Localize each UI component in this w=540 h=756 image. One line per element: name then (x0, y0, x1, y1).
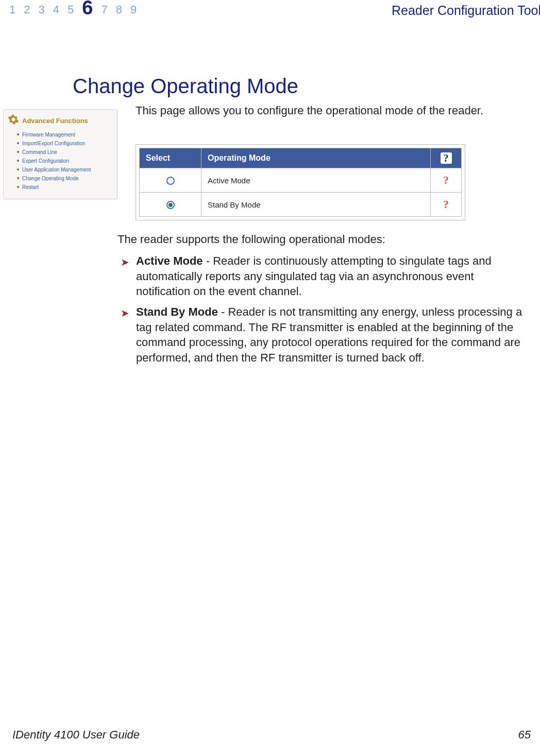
help-link-standby[interactable]: ? (431, 193, 462, 217)
col-header-select: Select (140, 148, 201, 168)
sidebar-item-restart[interactable]: Restart (17, 183, 114, 192)
mode-name: Active Mode (136, 254, 203, 267)
help-link-active[interactable]: ? (431, 168, 462, 193)
content-column: This page allows you to configure the op… (117, 98, 540, 371)
radio-active-mode[interactable] (166, 177, 175, 185)
page-header: 1 2 3 4 5 6 7 8 9 Reader Configuration T… (0, 0, 540, 18)
intro-text: This page allows you to configure the op… (136, 104, 530, 117)
sidebar-item-command-line[interactable]: Command Line (17, 148, 114, 157)
table-row: Active Mode ? (140, 168, 462, 193)
col-header-help: ? (431, 148, 462, 168)
chapter-num-1[interactable]: 1 (9, 3, 15, 16)
chapter-num-9[interactable]: 9 (130, 3, 137, 16)
mode-cell: Active Mode (201, 168, 431, 193)
col-header-mode: Operating Mode (201, 148, 431, 168)
chapter-num-6-active[interactable]: 6 (82, 2, 93, 15)
footer-product: IDentity 4100 User Guide (12, 728, 140, 742)
sidebar-item-import-export[interactable]: Import/Export Configuration (17, 139, 114, 148)
header-title: Reader Configuration Tool (392, 3, 540, 18)
page-title: Change Operating Mode (73, 75, 540, 98)
sidebar-item-expert-config[interactable]: Expert Configuration (17, 157, 114, 165)
sidebar-item-user-app-mgmt[interactable]: User Application Management (17, 165, 114, 174)
chapter-num-2[interactable]: 2 (24, 3, 30, 16)
page-footer: IDentity 4100 User Guide 65 (12, 728, 531, 742)
chapter-num-3[interactable]: 3 (39, 3, 45, 16)
footer-rest: entity 4100 User Guide (24, 728, 140, 741)
chapter-num-4[interactable]: 4 (53, 3, 59, 16)
footer-prefix: ID (12, 728, 24, 741)
chevron-right-icon: ➤ (121, 255, 129, 269)
sidebar-item-firmware[interactable]: Firmware Management (17, 130, 114, 139)
sidebar-title: Advanced Functions (22, 117, 88, 125)
chapter-num-5[interactable]: 5 (68, 3, 74, 16)
supports-text: The reader supports the following operat… (117, 233, 530, 246)
footer-page-number: 65 (518, 728, 531, 742)
operating-mode-table-container: Select Operating Mode ? Active Mode ? (136, 144, 465, 220)
chapter-num-7[interactable]: 7 (101, 3, 107, 16)
gear-icon (8, 114, 19, 127)
operating-mode-table: Select Operating Mode ? Active Mode ? (139, 148, 462, 217)
list-item: ➤ Active Mode - Reader is continuously a… (117, 253, 530, 299)
radio-standby-mode[interactable] (166, 201, 175, 209)
help-icon: ? (441, 152, 452, 164)
list-item: ➤ Stand By Mode - Reader is not transmit… (117, 304, 530, 366)
advanced-functions-panel: Advanced Functions Firmware Management I… (3, 109, 117, 199)
chevron-right-icon: ➤ (121, 306, 129, 320)
mode-description-list: ➤ Active Mode - Reader is continuously a… (117, 253, 530, 366)
chapter-num-8[interactable]: 8 (116, 3, 122, 16)
sidebar-item-change-op-mode[interactable]: Change Operating Mode (17, 174, 114, 183)
chapter-number-strip: 1 2 3 4 5 6 7 8 9 (9, 3, 137, 16)
table-row: Stand By Mode ? (140, 193, 462, 217)
mode-cell: Stand By Mode (201, 193, 431, 217)
mode-name: Stand By Mode (136, 305, 218, 318)
